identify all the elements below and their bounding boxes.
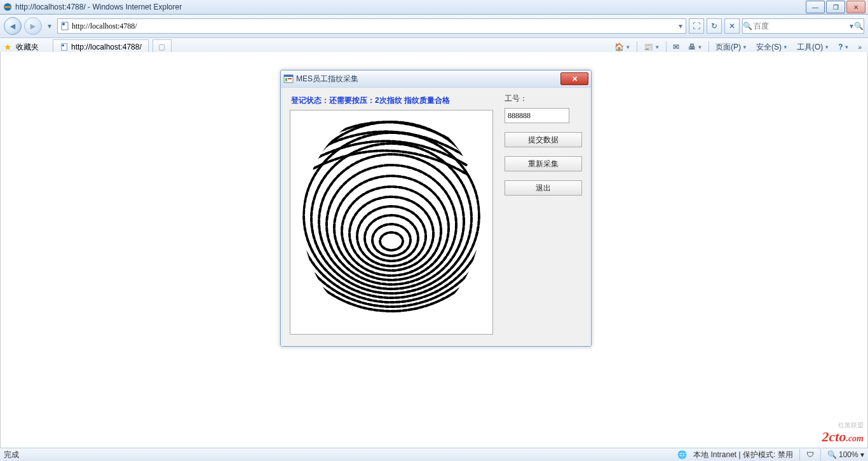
svg-point-4 <box>62 44 65 47</box>
svg-point-2 <box>62 23 65 25</box>
internet-zone-icon: 🌐 <box>677 450 687 459</box>
employee-id-label: 工号： <box>505 93 582 104</box>
window-minimize-button[interactable]: — <box>806 1 825 13</box>
history-dropdown[interactable]: ▾ <box>44 22 55 30</box>
svg-rect-8 <box>285 78 287 81</box>
search-provider-dropdown[interactable]: ▾ <box>848 22 854 30</box>
svg-point-10 <box>380 232 403 250</box>
dialog-titlebar[interactable]: MES员工指纹采集 ✕ <box>281 70 591 88</box>
submit-button[interactable]: 提交数据 <box>505 132 582 147</box>
security-zone: 本地 Intranet | 保护模式: 禁用 <box>693 450 792 460</box>
window-maximize-button[interactable]: ❐ <box>826 1 845 13</box>
stop-button[interactable]: ✕ <box>724 18 740 34</box>
mail-button[interactable]: ✉ <box>670 43 682 51</box>
svg-rect-7 <box>288 78 292 79</box>
forward-button[interactable]: ► <box>24 17 42 35</box>
page-viewport: MES员工指纹采集 ✕ 登记状态：还需要按压：2次指纹 指纹质量合格 <box>0 52 868 448</box>
status-bar: 完成 🌐 本地 Intranet | 保护模式: 禁用 🛡 🔍 100% ▾ <box>0 448 868 461</box>
page-menu[interactable]: 页面(P) ▼ <box>713 42 750 53</box>
svg-rect-6 <box>284 75 293 77</box>
svg-point-18 <box>319 154 464 289</box>
fingerprint-icon <box>296 114 487 330</box>
address-dropdown[interactable]: ▾ <box>675 22 686 30</box>
svg-point-16 <box>334 176 449 280</box>
search-box[interactable]: 🔍 ▾ 🔍 <box>742 18 864 34</box>
address-bar[interactable]: ▾ <box>57 18 686 34</box>
employee-id-input[interactable] <box>505 108 569 123</box>
address-input[interactable] <box>72 22 675 31</box>
form-icon <box>283 74 294 84</box>
status-text: 完成 <box>4 450 19 460</box>
watermark: 红黑联盟 2cto.com <box>822 422 864 445</box>
window-title: http://localhost:4788/ - Windows Interne… <box>15 3 182 11</box>
window-close-button[interactable]: ✕ <box>846 1 865 13</box>
safety-menu[interactable]: 安全(S) ▼ <box>754 42 790 53</box>
zoom-control[interactable]: 🔍 100% ▾ <box>827 450 864 459</box>
print-button[interactable]: 🖶▼ <box>686 43 705 51</box>
window-titlebar: http://localhost:4788/ - Windows Interne… <box>0 0 868 15</box>
recapture-button[interactable]: 重新采集 <box>505 156 582 171</box>
page-icon <box>60 21 70 31</box>
tools-menu[interactable]: 工具(O) ▼ <box>794 42 832 53</box>
search-input[interactable] <box>752 21 848 32</box>
dialog-close-button[interactable]: ✕ <box>560 72 588 85</box>
dialog-title: MES员工指纹采集 <box>296 74 560 84</box>
help-button[interactable]: ? ▼ <box>836 43 851 51</box>
refresh-button[interactable]: ↻ <box>707 18 722 34</box>
fingerprint-preview <box>290 110 493 335</box>
page-icon <box>60 43 69 51</box>
back-button[interactable]: ◄ <box>4 17 22 35</box>
nav-bar: ◄ ► ▾ ▾ ⛶ ↻ ✕ 🔍 ▾ 🔍 <box>0 15 868 38</box>
favorites-button[interactable]: 收藏夹 <box>16 42 39 53</box>
home-button[interactable]: 🏠▼ <box>612 43 633 51</box>
search-go-button[interactable]: 🔍 <box>854 22 864 30</box>
favorites-star-icon[interactable]: ★ <box>4 42 12 52</box>
search-icon: 🔍 <box>743 22 752 30</box>
chevrons-icon[interactable]: » <box>855 44 864 51</box>
feeds-button[interactable]: 📰▼ <box>641 43 662 51</box>
exit-button[interactable]: 退出 <box>505 180 582 196</box>
fingerprint-dialog: MES员工指纹采集 ✕ 登记状态：还需要按压：2次指纹 指纹质量合格 <box>280 70 592 347</box>
protected-mode-icon: 🛡 <box>806 450 814 459</box>
compat-view-button[interactable]: ⛶ <box>689 18 704 34</box>
ie-icon <box>3 2 13 12</box>
tab-title: http://localhost:4788/ <box>71 43 142 51</box>
